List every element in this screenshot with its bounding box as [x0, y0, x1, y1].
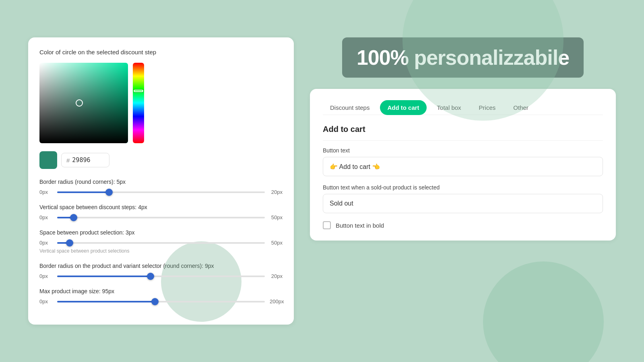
button-text-input[interactable]: [323, 157, 603, 176]
slider-border-radius-selector-max: 20px: [270, 273, 283, 279]
hex-input[interactable]: [72, 156, 104, 164]
color-picker-container: [39, 63, 283, 143]
tab-add-to-cart[interactable]: Add to cart: [380, 100, 426, 115]
color-swatch[interactable]: [39, 151, 57, 169]
section-title: Add to cart: [323, 125, 603, 141]
slider-product-space-thumb[interactable]: [66, 239, 73, 247]
slider-border-radius-fill: [57, 191, 109, 193]
sold-out-input[interactable]: [323, 194, 603, 213]
tab-discount-steps[interactable]: Discount steps: [323, 100, 377, 115]
checkbox-label: Button text in bold: [336, 222, 384, 229]
slider-image-size-row: 0px 200px: [39, 298, 283, 304]
slider-image-size-min: 0px: [39, 298, 52, 304]
color-gradient-picker[interactable]: [39, 63, 128, 143]
slider-vertical-space-thumb[interactable]: [70, 214, 77, 221]
gradient-cursor: [76, 99, 83, 107]
checkbox-row: Button text in bold: [323, 221, 603, 229]
slider-border-radius-selector-min: 0px: [39, 273, 52, 279]
slider-border-radius-selector: Border radius on the product and variant…: [39, 263, 283, 279]
slider-vertical-space-label: Vertical space between discount steps: 4…: [39, 204, 283, 210]
hue-cursor: [134, 90, 143, 92]
button-text-bold-checkbox[interactable]: [323, 221, 331, 229]
slider-border-radius-track[interactable]: [57, 191, 265, 193]
panel-title: Color of circle on the selected discount…: [39, 49, 283, 56]
slider-image-size-label: Max product image size: 95px: [39, 288, 283, 294]
slider-vertical-space-track[interactable]: [57, 217, 265, 218]
slider-border-radius-max: 20px: [270, 189, 283, 195]
slider-product-space-label: Space between product selection: 3px: [39, 229, 283, 236]
slider-product-space-hint: Vertical space between product selection…: [39, 248, 283, 254]
slider-border-radius: Border radius (round corners): 5px 0px 2…: [39, 179, 283, 195]
slider-product-space-track[interactable]: [57, 242, 265, 244]
sold-out-label: Button text when a sold-out product is s…: [323, 184, 603, 191]
slider-border-radius-selector-label: Border radius on the product and variant…: [39, 263, 283, 269]
slider-vertical-space: Vertical space between discount steps: 4…: [39, 204, 283, 220]
slider-image-size: Max product image size: 95px 0px 200px: [39, 288, 283, 304]
slider-vertical-space-row: 0px 50px: [39, 214, 283, 220]
slider-image-size-thumb[interactable]: [151, 298, 159, 305]
slider-image-size-track[interactable]: [57, 301, 265, 302]
slider-border-radius-selector-fill: [57, 276, 151, 277]
slider-vertical-space-max: 50px: [270, 214, 283, 220]
slider-border-radius-label: Border radius (round corners): 5px: [39, 179, 283, 185]
slider-border-radius-row: 0px 20px: [39, 189, 283, 195]
bg-blob-3: [161, 241, 242, 322]
slider-border-radius-min: 0px: [39, 189, 52, 195]
color-preview-row: #: [39, 151, 283, 169]
slider-product-space-row: 0px 50px: [39, 240, 283, 246]
color-hex-input-wrap[interactable]: #: [61, 153, 109, 167]
slider-border-radius-selector-track[interactable]: [57, 276, 265, 277]
slider-image-size-max: 200px: [270, 298, 283, 304]
button-text-label: Button text: [323, 147, 603, 154]
slider-product-space-min: 0px: [39, 240, 52, 246]
slider-product-space: Space between product selection: 3px 0px…: [39, 229, 283, 254]
slider-image-size-fill: [57, 301, 155, 302]
hex-hash-symbol: #: [66, 157, 70, 164]
slider-border-radius-thumb[interactable]: [105, 189, 113, 196]
slider-vertical-space-min: 0px: [39, 214, 52, 220]
slider-product-space-max: 50px: [270, 240, 283, 246]
color-hue-bar[interactable]: [133, 63, 144, 143]
slider-border-radius-selector-thumb[interactable]: [147, 273, 154, 280]
